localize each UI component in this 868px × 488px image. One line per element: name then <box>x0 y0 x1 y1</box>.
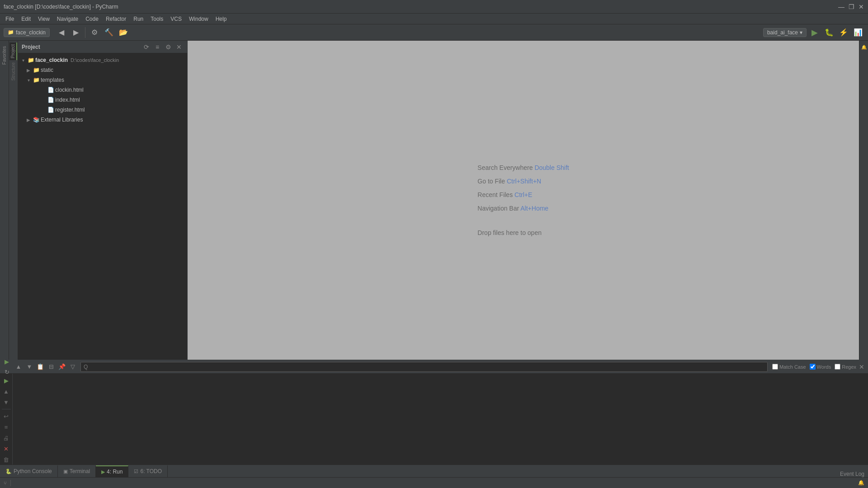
notifications-icon[interactable]: 🔔 <box>860 42 867 52</box>
minimize-button[interactable]: — <box>838 4 844 10</box>
favorites-label[interactable]: Favorites <box>1 44 8 66</box>
tree-external-libs[interactable]: ▶ 📚 External Libraries <box>18 115 187 125</box>
menu-tools[interactable]: Tools <box>147 15 167 23</box>
words-checkbox[interactable] <box>810 364 816 370</box>
run-output <box>13 374 868 465</box>
hint-navbar: Navigation Bar Alt+Home <box>477 205 569 212</box>
toolbar-btn-4[interactable]: 🔨 <box>103 26 115 39</box>
project-panel-expand-btn[interactable]: ≡ <box>153 42 162 52</box>
todo-icon: ☑ <box>134 469 138 474</box>
project-name-label: face_clockin <box>16 29 46 36</box>
run-icon-up[interactable]: ▲ <box>1 386 11 396</box>
toolbar-btn-2[interactable]: ▶ <box>70 26 82 39</box>
match-case-checkbox[interactable] <box>772 364 778 370</box>
debug-button[interactable]: 🐛 <box>823 26 835 39</box>
regex-checkbox[interactable] <box>835 364 840 370</box>
editor-area[interactable]: Search Everywhere Double Shift Go to Fil… <box>188 41 859 360</box>
dropdown-arrow-icon: ▾ <box>800 29 802 36</box>
run-button[interactable]: ▶ <box>808 26 821 39</box>
project-panel-close-btn[interactable]: ✕ <box>175 42 184 52</box>
menu-code[interactable]: Code <box>82 15 102 23</box>
tree-templates[interactable]: ▾ 📁 templates <box>18 75 187 85</box>
tree-index-html[interactable]: 📄 index.html <box>18 95 187 105</box>
run-pin-button[interactable]: 📌 <box>57 362 67 372</box>
project-side-icon[interactable]: Project <box>9 42 17 60</box>
run-check-group: Match Case Words Regex <box>772 364 856 370</box>
tree-root[interactable]: ▾ 📁 face_clockin D:\codes\face_clockin <box>18 55 187 65</box>
project-name-badge[interactable]: 📁 face_clockin <box>4 28 50 37</box>
run-down-button[interactable]: ▼ <box>24 362 34 372</box>
run-icon-play[interactable]: ▶ <box>1 375 11 385</box>
run-icon-scroll[interactable]: ≡ <box>1 422 11 432</box>
menu-bar: File Edit View Navigate Code Refactor Ru… <box>0 14 868 24</box>
run-icon-print[interactable]: 🖨 <box>1 433 11 443</box>
tab-run[interactable]: ▶ 4: Run <box>96 465 128 477</box>
templates-folder-icon: 📁 <box>33 76 40 84</box>
tab-terminal[interactable]: ▣ Terminal <box>58 465 96 477</box>
event-log-label[interactable]: Event Log <box>840 471 864 477</box>
words-label[interactable]: Words <box>810 364 831 370</box>
project-panel-sync-btn[interactable]: ⟳ <box>142 42 151 52</box>
run-search-area <box>80 362 768 372</box>
todo-label: 6: TODO <box>140 468 162 474</box>
menu-run[interactable]: Run <box>130 15 147 23</box>
menu-window[interactable]: Window <box>185 15 212 23</box>
profile-button[interactable]: 📊 <box>852 26 864 39</box>
run-icon-stop[interactable]: ✕ <box>1 444 11 454</box>
editor-hints: Search Everywhere Double Shift Go to Fil… <box>477 164 569 236</box>
close-button[interactable]: ✕ <box>858 4 864 10</box>
tab-python-console[interactable]: 🐍 Python Console <box>0 465 58 477</box>
toolbar: 📁 face_clockin ◀ ▶ ⚙ 🔨 📂 baid_ai_face ▾ … <box>0 24 868 41</box>
toolbar-btn-1[interactable]: ◀ <box>55 26 68 39</box>
maximize-button[interactable]: ❐ <box>848 4 854 10</box>
run-close-button[interactable]: ✕ <box>857 362 866 371</box>
run-tab-icon: ▶ <box>101 469 105 475</box>
run-icon-trash[interactable]: 🗑 <box>1 455 11 465</box>
hint-recent: Recent Files Ctrl+E <box>477 191 569 198</box>
run-split-button[interactable]: ⊟ <box>46 362 56 372</box>
run-filter-button[interactable]: ▽ <box>68 362 78 372</box>
run-icons-divider <box>2 409 11 409</box>
menu-help[interactable]: Help <box>212 15 231 23</box>
shortcut-recent: Ctrl+E <box>514 191 532 198</box>
menu-edit[interactable]: Edit <box>18 15 34 23</box>
clockin-label: clockin.html <box>55 87 84 93</box>
tree-clockin-html[interactable]: 📄 clockin.html <box>18 85 187 95</box>
menu-vcs[interactable]: VCS <box>167 15 185 23</box>
shortcut-search: Double Shift <box>534 164 569 171</box>
title-bar-controls: — ❐ ✕ <box>838 4 864 10</box>
tab-todo[interactable]: ☑ 6: TODO <box>128 465 168 477</box>
hint-spacer <box>477 218 569 223</box>
menu-view[interactable]: View <box>34 15 53 23</box>
project-panel-title: Project <box>22 44 140 50</box>
match-case-label[interactable]: Match Case <box>772 364 806 370</box>
run-config-label: baid_ai_face <box>767 29 798 36</box>
toolbar-btn-5[interactable]: 📂 <box>117 26 130 39</box>
run-icon-wrap[interactable]: ↩ <box>1 411 11 421</box>
project-panel-settings-btn[interactable]: ⚙ <box>164 42 173 52</box>
run-dump-button[interactable]: 📋 <box>35 362 45 372</box>
tree-register-html[interactable]: 📄 register.html <box>18 105 187 115</box>
menu-file[interactable]: File <box>2 15 18 23</box>
python-console-icon: 🐍 <box>5 469 12 474</box>
coverage-button[interactable]: ⚡ <box>837 26 850 39</box>
run-up-button[interactable]: ▲ <box>14 362 24 372</box>
run-toolbar: ▶ ↻ ▲ ▼ 📋 ⊟ 📌 ▽ Match Case Words Regex <box>0 360 868 374</box>
run-config-dropdown[interactable]: baid_ai_face ▾ <box>763 28 807 37</box>
project-tree: ▾ 📁 face_clockin D:\codes\face_clockin ▶… <box>18 53 187 360</box>
clockin-arrow <box>40 87 46 93</box>
run-icon-down[interactable]: ▼ <box>1 397 11 407</box>
run-search-input[interactable] <box>80 362 768 372</box>
structure-side-icon[interactable]: Structure <box>10 61 17 83</box>
status-divider-1 <box>10 480 11 486</box>
shortcut-goto: Ctrl+Shift+N <box>507 178 541 185</box>
tree-static[interactable]: ▶ 📁 static <box>18 65 187 75</box>
words-text: Words <box>817 364 831 370</box>
toolbar-btn-3[interactable]: ⚙ <box>88 26 101 39</box>
menu-navigate[interactable]: Navigate <box>53 15 82 23</box>
index-arrow <box>40 97 46 103</box>
menu-refactor[interactable]: Refactor <box>102 15 130 23</box>
main-area: Favorites Project Structure Project ⟳ ≡ … <box>0 41 868 360</box>
templates-arrow: ▾ <box>25 77 32 83</box>
regex-label[interactable]: Regex <box>835 364 856 370</box>
